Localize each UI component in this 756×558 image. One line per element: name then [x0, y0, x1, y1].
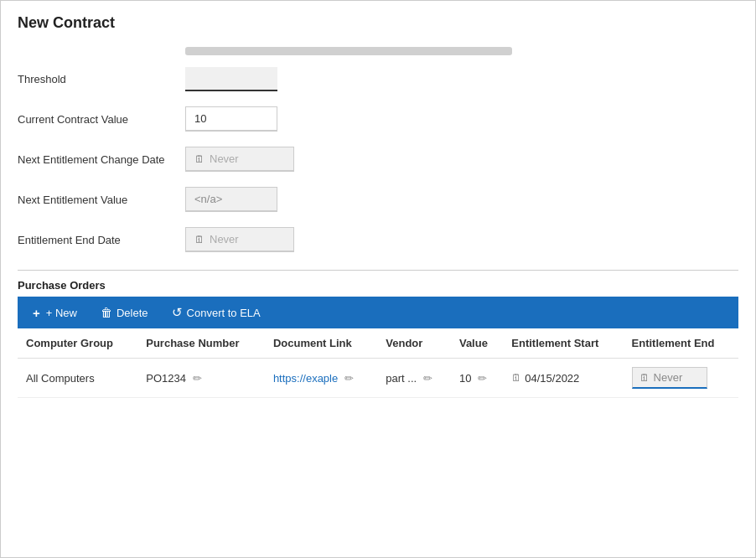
entitlement-end-date-label: Entitlement End Date — [18, 234, 185, 246]
cell-entitlement-end: 🗓 Never — [624, 359, 738, 398]
vendor-value: part ... — [386, 372, 417, 385]
threshold-input[interactable] — [185, 67, 277, 91]
cell-vendor: part ... ✏ — [377, 359, 451, 398]
new-icon: + — [33, 306, 40, 320]
next-entitlement-change-date-label: Next Entitlement Change Date — [18, 153, 185, 166]
col-entitlement-end: Entitlement End — [624, 328, 738, 359]
delete-button[interactable]: 🗑 Delete — [97, 304, 152, 321]
cell-computer-group: All Computers — [18, 359, 137, 398]
col-value: Value — [451, 328, 503, 359]
document-link-edit-icon[interactable]: ✏ — [344, 372, 354, 385]
purchase-orders-table: Computer Group Purchase Number Document … — [18, 328, 738, 398]
next-entitlement-change-date-input[interactable]: 🗓 Never — [185, 147, 294, 172]
vendor-edit-icon[interactable]: ✏ — [423, 372, 432, 385]
computer-group-value: All Computers — [26, 372, 95, 385]
purchase-number-edit-icon[interactable]: ✏ — [193, 372, 202, 385]
entitlement-end-date-value: Never — [210, 233, 239, 245]
delete-icon: 🗑 — [101, 306, 112, 319]
col-purchase-number: Purchase Number — [137, 328, 265, 359]
table-row: All Computers PO1234 ✏ https://exaple ✏ — [18, 359, 738, 398]
purchase-orders-toolbar: + + New 🗑 Delete ↺ Convert to ELA — [18, 297, 738, 328]
next-entitlement-change-date-value: Never — [210, 152, 239, 165]
col-entitlement-start: Entitlement Start — [503, 328, 623, 359]
value-edit-icon[interactable]: ✏ — [478, 372, 487, 385]
current-contract-value-input[interactable] — [185, 106, 277, 132]
convert-to-ela-button[interactable]: ↺ Convert to ELA — [168, 303, 264, 322]
current-contract-value-row: Current Contract Value — [18, 104, 738, 134]
calendar-icon-start: 🗓 — [511, 372, 521, 384]
cell-purchase-number: PO1234 ✏ — [137, 359, 265, 398]
progress-bar-area — [18, 47, 738, 55]
page-wrapper: New Contract Threshold Current Contract … — [0, 0, 756, 558]
col-vendor: Vendor — [377, 328, 451, 359]
calendar-icon-end: 🗓 — [639, 372, 650, 384]
next-entitlement-value-row: Next Entitlement Value — [18, 184, 738, 214]
new-button[interactable]: + + New — [29, 304, 80, 322]
page-title: New Contract — [18, 14, 738, 32]
col-document-link: Document Link — [265, 328, 377, 359]
entitlement-end-date-cell[interactable]: 🗓 Never — [632, 367, 707, 389]
entitlement-end-date-input[interactable]: 🗓 Never — [185, 227, 294, 252]
convert-icon: ↺ — [172, 305, 183, 320]
purchase-orders-label: Purchase Orders — [18, 279, 738, 292]
cell-entitlement-start: 🗓 04/15/2022 — [503, 359, 623, 398]
entitlement-start-value[interactable]: 04/15/2022 — [525, 372, 579, 385]
form-section: Threshold Current Contract Value Next En… — [18, 64, 738, 255]
purchase-number-value: PO1234 — [146, 372, 186, 385]
calendar-icon-entitlement-end: 🗓 — [194, 234, 205, 245]
section-divider — [18, 270, 738, 271]
new-button-label: + New — [44, 307, 77, 319]
entitlement-end-date-row: Entitlement End Date 🗓 Never — [18, 225, 738, 255]
convert-button-label: Convert to ELA — [187, 307, 261, 319]
document-link-value[interactable]: https://exaple — [273, 372, 338, 385]
next-entitlement-value-input[interactable] — [185, 187, 277, 212]
threshold-row: Threshold — [18, 64, 738, 94]
cell-document-link: https://exaple ✏ — [265, 359, 377, 398]
table-header-row: Computer Group Purchase Number Document … — [18, 328, 738, 359]
value-value: 10 — [459, 372, 471, 385]
progress-bar — [185, 47, 512, 55]
threshold-label: Threshold — [18, 73, 185, 85]
calendar-icon-entitlement-change: 🗓 — [194, 153, 205, 165]
entitlement-end-value: Never — [654, 371, 683, 384]
delete-button-label: Delete — [117, 307, 148, 319]
cell-value: 10 ✏ — [451, 359, 503, 398]
next-entitlement-value-label: Next Entitlement Value — [18, 194, 185, 206]
col-computer-group: Computer Group — [18, 328, 137, 359]
next-entitlement-change-date-row: Next Entitlement Change Date 🗓 Never — [18, 144, 738, 174]
current-contract-value-label: Current Contract Value — [18, 113, 185, 126]
